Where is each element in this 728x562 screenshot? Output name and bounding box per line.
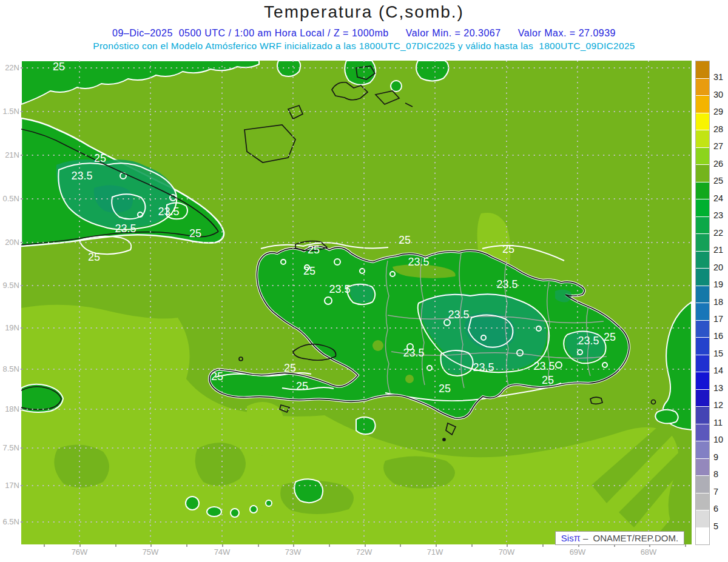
colorbar-value: 11 [713,418,728,427]
lat-tick-label: 19N [0,323,19,332]
contour-label: 23.5 [158,206,179,218]
colorbar-value: 21 [713,245,728,255]
colorbar-value: 19 [713,279,728,289]
colorbar-cell [696,372,709,390]
colorbar-cell [696,165,709,182]
colorbar-cell [696,476,709,493]
lon-tick [150,544,152,547]
colorbar-cell [696,182,709,200]
lat-tick-label: 18N [0,404,19,413]
colorbar-value: 13 [713,383,728,393]
colorbar-cell [696,79,709,96]
lon-tick [471,544,473,547]
contour-label: 25 [94,152,106,164]
colorbar-cell [696,148,709,166]
map-area: 252523.523.523.52525252523.52523.52523.5… [21,61,692,544]
colorbar-cell [696,61,709,79]
lat-tick [21,285,23,286]
colorbar-cell [696,338,709,355]
lon-tick-label: 73W [280,547,306,557]
contour-label: 23.5 [329,283,350,295]
colorbar-cell [696,96,709,113]
contour-label: 25 [399,234,411,246]
contour-label: 25 [284,362,296,374]
contour-label: 23.5 [115,222,136,235]
colorbar-value: 18 [713,297,728,307]
colorbar-cell [696,355,709,373]
colorbar-cell [696,459,709,477]
lon-tick [79,544,81,547]
colorbar-value: 27 [713,141,728,151]
lat-tick [21,242,23,243]
lat-tick-label: 1.5N [0,107,19,116]
lon-tick [186,544,187,547]
colorbar-cell [696,286,709,304]
colorbar-value: 16 [713,331,728,341]
contour-label: 25 [604,331,616,343]
colorbar-cell [696,407,709,424]
contour-label: 23.5 [473,361,494,373]
contour-label: 25 [88,251,100,263]
lat-tick [21,521,23,523]
colorbar-value: 10 [713,435,728,444]
contour-label: 23.5 [448,309,469,321]
contour-label: 23.5 [71,170,92,182]
lon-tick [685,544,686,547]
colorbar-value: 8 [713,469,728,479]
colorbar-value: 29 [713,107,728,116]
contour-label: 25 [296,380,308,392]
colorbar-value: 30 [713,90,728,99]
colorbar-value: 12 [713,400,728,410]
colorbar-cell [696,217,709,235]
lon-tick-label: 69W [564,547,591,557]
contour-label: 25 [303,265,315,277]
colorbar-value: 17 [713,314,728,324]
colorbar-value: 20 [713,263,728,272]
lat-tick-label: 20N [0,238,19,247]
contour-label: 25 [211,370,223,383]
valid-time-line: 09–Dic–2025 0500 UTC / 1:00 am Hora Loca… [0,28,728,39]
alto-velo [443,438,445,441]
contour-label: 23.5 [533,360,554,372]
lon-tick-label: 74W [209,547,235,557]
lat-tick [21,485,23,486]
colorbar-value: 23 [713,210,728,220]
lat-tick [21,198,23,199]
colorbar-cell [696,130,709,148]
lat-tick-label: 9.5N [0,281,19,290]
colorbar-value: 25 [713,176,728,186]
colorbar-cell [696,199,709,217]
lon-tick [329,544,330,547]
colorbar-cell [696,528,709,545]
lon-tick [115,544,116,547]
credit-text: – ONAMET/REP.DOM. [581,533,678,543]
lon-tick [293,544,294,547]
lon-tick [365,544,366,547]
lat-tick [21,327,23,329]
lat-tick [21,111,23,112]
lon-tick [400,544,401,547]
colorbar-cell [696,441,709,459]
contour-label: 23.5 [403,347,424,359]
colorbar-cell [696,493,709,511]
lon-tick-label: 70W [493,547,520,557]
colorbar-cell [696,269,709,286]
contour-label: 25 [308,244,320,256]
colorbar-cell [696,113,709,131]
colorbar-value: 28 [713,124,728,134]
page-title: Temperatura (C,somb.) [0,2,728,22]
lat-tick-label: 21N [0,150,19,159]
colorbar-cell [696,424,709,442]
colorbar-value: 5 [713,521,728,531]
lat-tick [21,67,23,69]
colorbar-cell [696,510,709,528]
colorbar-value: 22 [713,228,728,238]
lat-tick-label: 0.5N [0,194,19,203]
lat-tick [21,155,23,156]
credit-stamp: Sisπ – ONAMET/REP.DOM. [555,531,684,545]
lon-tick-label: 75W [137,547,164,557]
lat-tick [21,409,23,410]
colorbar-value: 9 [713,452,728,462]
forecast-map: 252523.523.523.52525252523.52523.52523.5… [21,61,692,544]
pi-symbol: π [574,533,581,543]
